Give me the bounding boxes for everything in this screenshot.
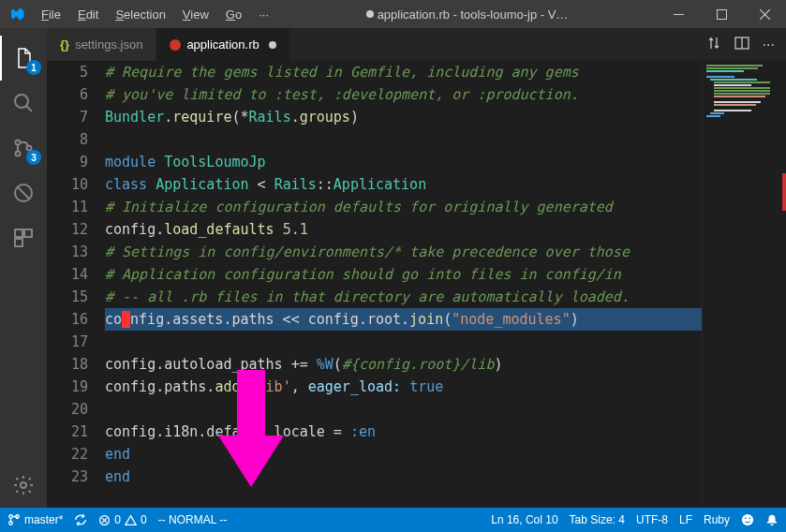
- svg-point-16: [742, 514, 753, 525]
- status-vim-mode: -- NORMAL --: [158, 513, 228, 526]
- line-number-gutter: 567891011121314151617181920212223: [47, 61, 105, 508]
- menu-file[interactable]: File: [33, 7, 69, 22]
- activity-explorer[interactable]: 1: [0, 36, 47, 81]
- svg-point-18: [749, 517, 750, 519]
- svg-rect-0: [674, 14, 684, 15]
- svg-point-10: [21, 482, 26, 488]
- status-feedback-icon[interactable]: [741, 513, 754, 526]
- svg-point-2: [15, 95, 28, 108]
- svg-rect-9: [15, 239, 22, 246]
- svg-rect-8: [24, 229, 32, 237]
- minimize-button[interactable]: [657, 0, 700, 28]
- json-icon: {}: [60, 37, 69, 52]
- tab-settings-json[interactable]: {} settings.json: [47, 28, 156, 61]
- split-editor-icon[interactable]: [734, 36, 749, 54]
- svg-point-4: [16, 152, 21, 156]
- status-bar: master* 0 0 -- NORMAL -- Ln 16, Col 10 T…: [0, 508, 786, 532]
- maximize-button[interactable]: [700, 0, 743, 28]
- modified-dot-icon: [366, 10, 374, 18]
- svg-rect-1: [717, 9, 726, 19]
- activity-scm[interactable]: 3: [0, 126, 47, 170]
- more-actions-icon[interactable]: ···: [763, 37, 775, 53]
- activity-debug[interactable]: [0, 170, 47, 215]
- menu-bar: File Edit Selection View Go ···: [33, 7, 277, 22]
- status-language[interactable]: Ruby: [704, 513, 730, 526]
- status-cursor-position[interactable]: Ln 16, Col 10: [491, 513, 557, 526]
- menu-go[interactable]: Go: [217, 7, 250, 22]
- window-title-text: application.rb - tools-loumo-jp - V…: [378, 7, 569, 22]
- tab-application-rb[interactable]: application.rb: [156, 28, 289, 61]
- status-encoding[interactable]: UTF-8: [636, 513, 668, 526]
- ruby-icon: [170, 39, 181, 51]
- status-tab-size[interactable]: Tab Size: 4: [570, 513, 625, 526]
- title-bar: File Edit Selection View Go ··· applicat…: [0, 0, 786, 28]
- compare-changes-icon[interactable]: [706, 36, 721, 54]
- tab-label: application.rb: [186, 37, 259, 52]
- status-problems[interactable]: 0 0: [98, 513, 146, 526]
- modified-indicator-icon: [269, 41, 276, 49]
- tab-bar: {} settings.json application.rb ···: [47, 28, 786, 61]
- window-controls: [657, 0, 786, 28]
- status-eol[interactable]: LF: [679, 513, 692, 526]
- code-editor[interactable]: 567891011121314151617181920212223 # Requ…: [47, 61, 786, 508]
- activity-bar: 1 3: [0, 28, 47, 508]
- status-branch[interactable]: master*: [7, 513, 63, 526]
- status-sync[interactable]: [74, 513, 87, 526]
- explorer-badge: 1: [26, 60, 41, 75]
- tab-label: settings.json: [75, 37, 142, 52]
- svg-rect-7: [15, 229, 22, 237]
- activity-search[interactable]: [0, 81, 47, 126]
- scm-badge: 3: [26, 150, 41, 165]
- menu-selection[interactable]: Selection: [107, 7, 173, 22]
- svg-point-17: [745, 517, 747, 519]
- activity-settings[interactable]: [0, 463, 47, 508]
- status-notifications-icon[interactable]: [765, 513, 779, 526]
- svg-point-13: [9, 522, 13, 525]
- tab-actions: ···: [695, 28, 786, 61]
- menu-more[interactable]: ···: [250, 7, 277, 22]
- minimap[interactable]: [702, 61, 786, 501]
- menu-edit[interactable]: Edit: [69, 7, 107, 22]
- code-content[interactable]: # Require the gems listed in Gemfile, in…: [105, 61, 786, 508]
- window-title: application.rb - tools-loumo-jp - V…: [277, 7, 657, 22]
- activity-extensions[interactable]: [0, 215, 47, 260]
- svg-point-12: [9, 515, 13, 519]
- svg-point-3: [16, 140, 21, 145]
- menu-view[interactable]: View: [174, 7, 217, 22]
- close-button[interactable]: [743, 0, 786, 28]
- app-logo: [0, 6, 33, 22]
- editor-area: {} settings.json application.rb ··· 5678…: [47, 28, 786, 508]
